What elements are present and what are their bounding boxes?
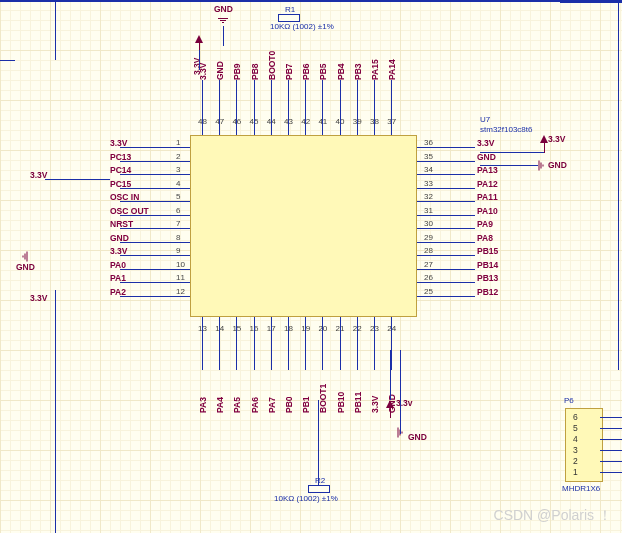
- pin-stub: [288, 127, 289, 135]
- p6-part: MHDR1X6: [562, 484, 600, 493]
- wire: [120, 161, 182, 162]
- pin-number: 1: [176, 138, 180, 147]
- pin-stub: [182, 215, 190, 216]
- net-label: PB15: [477, 246, 498, 256]
- wire: [202, 323, 203, 370]
- wire: [423, 201, 475, 202]
- conn-pin: 5: [573, 423, 578, 433]
- pin-number: 26: [424, 273, 433, 282]
- pin-number: 33: [424, 179, 433, 188]
- wire: [199, 50, 200, 70]
- gnd-symbol: [23, 252, 28, 262]
- pin-number: 35: [424, 152, 433, 161]
- pin-stub: [254, 127, 255, 135]
- net-label: PB1: [301, 371, 311, 413]
- pin-number: 6: [176, 206, 180, 215]
- wire: [254, 80, 255, 127]
- edge-wire: [560, 2, 622, 3]
- gnd-label: GND: [16, 262, 35, 272]
- u7-ic: [190, 135, 417, 317]
- wire: [271, 323, 272, 370]
- pin-stub: [236, 127, 237, 135]
- conn-pin: 1: [573, 467, 578, 477]
- pin-number: 28: [424, 246, 433, 255]
- v33-label: 3.3V: [548, 134, 566, 144]
- pin-stub: [202, 127, 203, 135]
- p6-connector: [565, 408, 603, 482]
- gnd-symbol: [539, 161, 544, 171]
- wire: [340, 323, 341, 370]
- wire: [423, 255, 475, 256]
- wire: [120, 174, 182, 175]
- net-label: PB3: [353, 40, 363, 80]
- wire: [271, 80, 272, 127]
- net-label: GND: [477, 152, 496, 162]
- pin-stub: [182, 255, 190, 256]
- wire: [600, 428, 622, 429]
- wire: [374, 323, 375, 370]
- wire: [480, 152, 544, 153]
- p6-designator: P6: [564, 396, 574, 405]
- pwr-symbol: [540, 135, 548, 153]
- pin-number: 9: [176, 246, 180, 255]
- net-label: PA15: [370, 40, 380, 80]
- r2-value: 10KΩ (1002) ±1%: [274, 494, 338, 503]
- net-label: PA11: [477, 192, 498, 202]
- net-label: PB8: [250, 40, 260, 80]
- wire: [120, 255, 182, 256]
- v33v-label: 3.3v: [396, 398, 413, 408]
- edge-wire: [618, 0, 619, 370]
- pin-number: 25: [424, 287, 433, 296]
- net-label: PA5: [232, 371, 242, 413]
- net-label: 3.3V: [370, 371, 380, 413]
- pin-number: 2: [176, 152, 180, 161]
- pin-number: 29: [424, 233, 433, 242]
- wire: [223, 26, 224, 46]
- wire: [305, 323, 306, 370]
- net-label: PB14: [477, 260, 498, 270]
- net-label: BOOT0: [267, 40, 277, 80]
- wire: [423, 296, 475, 297]
- wire: [236, 80, 237, 127]
- gnd-label: GND: [548, 160, 567, 170]
- wire: [120, 215, 182, 216]
- pin-number: 36: [424, 138, 433, 147]
- wire: [423, 161, 475, 162]
- wire: [600, 461, 622, 462]
- net-label: PB11: [353, 371, 363, 413]
- wire: [305, 80, 306, 127]
- pin-stub: [182, 269, 190, 270]
- v33-label: 3.3V: [192, 47, 202, 75]
- wire: [423, 174, 475, 175]
- wire: [120, 242, 182, 243]
- wire: [357, 80, 358, 127]
- wire: [423, 269, 475, 270]
- net-label: PB5: [318, 40, 328, 80]
- wire: [340, 80, 341, 127]
- wire: [600, 472, 622, 473]
- net-label: PA13: [477, 165, 498, 175]
- pin-number: 4: [176, 179, 180, 188]
- edge-wire: [55, 290, 56, 533]
- wire: [322, 80, 323, 127]
- r1-resistor: [278, 14, 300, 22]
- wire: [423, 282, 475, 283]
- pin-stub: [357, 127, 358, 135]
- net-label: GND: [215, 40, 225, 80]
- net-label: PB9: [232, 40, 242, 80]
- wire: [423, 188, 475, 189]
- net-label: PA14: [387, 40, 397, 80]
- net-label: BOOT1: [318, 371, 328, 413]
- net-label: PA3: [198, 371, 208, 413]
- wire: [423, 147, 475, 148]
- pin-stub: [182, 228, 190, 229]
- edge-wire: [55, 0, 56, 60]
- wire: [391, 80, 392, 127]
- pin-number: 11: [176, 273, 185, 282]
- net-label: GND: [387, 371, 397, 413]
- edge-wire: [0, 60, 15, 61]
- wire: [254, 323, 255, 370]
- wire: [219, 323, 220, 370]
- wire: [288, 323, 289, 370]
- pin-stub: [182, 188, 190, 189]
